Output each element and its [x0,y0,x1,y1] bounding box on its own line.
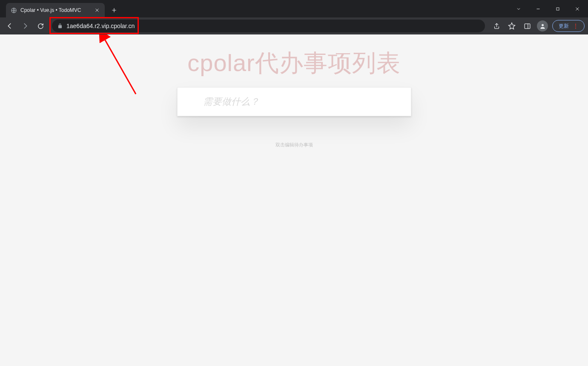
browser-titlebar: Cpolar • Vue.js • TodoMVC [0,0,588,17]
new-tab-button[interactable] [108,4,120,16]
todo-app: cpolar代办事项列表 双击编辑待办事项 [177,34,411,148]
window-controls [509,0,588,17]
svg-point-3 [542,24,544,26]
update-button-label: 更新 [559,23,569,30]
tab-strip: Cpolar • Vue.js • TodoMVC [0,0,509,17]
maximize-button[interactable] [548,2,568,16]
address-bar[interactable]: 1ae6da64.r2.vip.cpolar.cn [52,20,485,32]
browser-toolbar: 1ae6da64.r2.vip.cpolar.cn 更新 ⋮ [0,17,588,34]
page-viewport: cpolar代办事项列表 双击编辑待办事项 [0,34,588,366]
star-icon[interactable] [506,20,517,31]
side-panel-icon[interactable] [522,20,533,31]
update-button[interactable]: 更新 ⋮ [552,20,585,32]
lock-icon [57,23,63,29]
footer-hint: 双击编辑待办事项 [177,142,411,148]
browser-tab-active[interactable]: Cpolar • Vue.js • TodoMVC [6,3,105,17]
forward-button[interactable] [19,20,32,32]
chevron-down-icon[interactable] [509,2,528,16]
globe-icon [10,7,17,14]
close-icon[interactable] [94,7,100,14]
kebab-icon: ⋮ [573,23,578,29]
url-text: 1ae6da64.r2.vip.cpolar.cn [66,23,480,29]
minimize-button[interactable] [528,2,548,16]
svg-rect-2 [525,23,530,28]
page-scroll[interactable]: cpolar代办事项列表 双击编辑待办事项 [0,34,588,366]
share-icon[interactable] [491,20,502,31]
close-window-button[interactable] [568,2,587,16]
omnibox-container: 1ae6da64.r2.vip.cpolar.cn [49,20,485,32]
todo-card [177,87,411,116]
profile-avatar-button[interactable] [537,20,548,31]
new-todo-input[interactable] [178,88,411,116]
svg-rect-1 [556,8,559,10]
reload-button[interactable] [34,20,47,32]
tab-title: Cpolar • Vue.js • TodoMVC [20,7,90,13]
page-title: cpolar代办事项列表 [177,47,411,80]
toolbar-right: 更新 ⋮ [488,20,585,32]
back-button[interactable] [3,20,16,32]
